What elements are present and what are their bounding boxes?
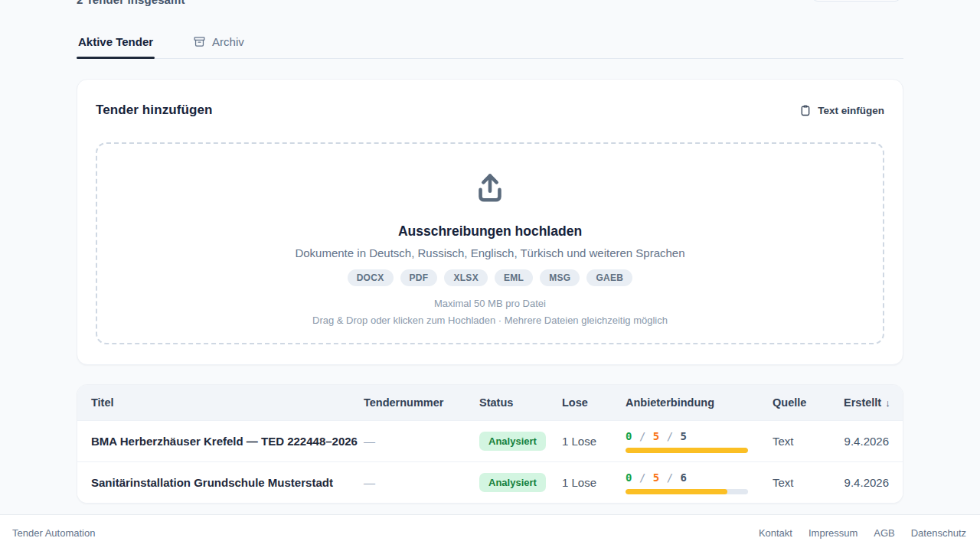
file-type-badge: GAEB <box>586 269 632 286</box>
anbieterbindung-cell: 0 / 5 / 6 <box>626 471 773 494</box>
column-header-erstellt-label: Erstellt <box>844 396 881 409</box>
table-row[interactable]: BMA Herberzhäuser Krefeld — TED 222448–2… <box>77 420 903 461</box>
tender-number: — <box>364 476 479 489</box>
lose-count: 1 Lose <box>562 435 626 448</box>
fraction-separator: / <box>667 471 674 484</box>
file-type-badge: MSG <box>540 269 580 286</box>
dropzone-subheading: Dokumente in Deutsch, Russisch, Englisch… <box>295 246 684 259</box>
tender-title[interactable]: Sanitärinstallation Grundschule Musterst… <box>91 476 364 489</box>
tab-archiv-label: Archiv <box>212 35 244 48</box>
binding-progress-track <box>626 489 748 494</box>
binding-total-count: 6 <box>681 471 688 484</box>
file-type-badge: PDF <box>400 269 438 286</box>
status-badge: Analysiert <box>479 432 546 451</box>
fraction-separator: / <box>667 430 674 442</box>
created-date: 9.4.2026 <box>844 476 889 489</box>
binding-total-count: 5 <box>681 430 688 442</box>
column-header-anbieterbindung: Anbieterbindung <box>626 396 773 409</box>
binding-progress-fill <box>626 448 748 453</box>
footer-link-impressum[interactable]: Impressum <box>808 527 858 539</box>
tab-bar: Aktive Tender Archiv <box>77 31 903 59</box>
footer-link-agb[interactable]: AGB <box>874 527 894 539</box>
tender-table: Titel Tendernummer Status Lose Anbieterb… <box>77 384 903 504</box>
lose-count: 1 Lose <box>562 476 626 489</box>
file-type-badges: DOCX PDF XLSX EML MSG GAEB <box>348 269 633 286</box>
table-row[interactable]: Sanitärinstallation Grundschule Musterst… <box>77 461 903 503</box>
file-dropzone[interactable]: Ausschreibungen hochladen Dokumente in D… <box>96 142 884 344</box>
column-header-erstellt[interactable]: Erstellt ↓ <box>844 396 890 409</box>
sort-desc-icon: ↓ <box>885 397 890 409</box>
footer: Tender Automation Kontakt Impressum AGB … <box>0 514 980 551</box>
anbieterbindung-cell: 0 / 5 / 5 <box>626 430 773 453</box>
binding-progress-fill <box>626 489 727 494</box>
binding-done-count: 0 <box>626 471 632 484</box>
file-type-badge: EML <box>495 269 533 286</box>
tender-title[interactable]: BMA Herberzhäuser Krefeld — TED 222448–2… <box>91 435 364 448</box>
tab-archiv[interactable]: Archiv <box>191 31 246 58</box>
binding-progress-track <box>626 448 748 453</box>
status-badge: Analysiert <box>479 473 546 492</box>
paste-text-button[interactable]: Text einfügen <box>799 104 884 117</box>
upload-card-title: Tender hinzufügen <box>96 103 212 118</box>
dropzone-size-limit: Maximal 50 MB pro Datei <box>434 298 546 309</box>
tender-number: — <box>364 435 479 448</box>
clipboard-icon <box>799 104 812 117</box>
archive-box-icon <box>193 35 206 48</box>
binding-done-count: 0 <box>626 430 632 442</box>
file-type-badge: DOCX <box>348 269 394 286</box>
source-cell: Text <box>773 476 844 489</box>
upload-icon <box>472 170 508 208</box>
footer-link-kontakt[interactable]: Kontakt <box>759 527 792 539</box>
fraction-separator: / <box>639 430 646 442</box>
source-cell: Text <box>773 435 844 448</box>
dropzone-heading: Ausschreibungen hochladen <box>398 223 582 240</box>
footer-link-datenschutz[interactable]: Datenschutz <box>911 527 966 539</box>
tab-aktive-tender[interactable]: Aktive Tender <box>77 31 155 58</box>
table-header-row: Titel Tendernummer Status Lose Anbieterb… <box>77 385 903 420</box>
file-type-badge: XLSX <box>444 269 488 286</box>
created-date: 9.4.2026 <box>844 435 889 448</box>
tab-aktive-tender-label: Aktive Tender <box>78 35 153 48</box>
binding-open-count: 5 <box>653 471 660 484</box>
fraction-separator: / <box>639 471 646 484</box>
dropzone-hint: Drag & Drop oder klicken zum Hochladen ·… <box>312 315 668 326</box>
paste-text-button-label: Text einfügen <box>818 105 884 116</box>
column-header-status: Status <box>479 396 562 409</box>
binding-open-count: 5 <box>653 430 660 442</box>
upload-card: Tender hinzufügen Text einfügen <box>77 79 903 365</box>
column-header-quelle: Quelle <box>773 396 844 409</box>
column-header-lose: Lose <box>562 396 626 409</box>
column-header-tendernummer: Tendernummer <box>364 396 479 409</box>
column-header-titel: Titel <box>91 396 364 409</box>
footer-brand: Tender Automation <box>12 527 95 539</box>
